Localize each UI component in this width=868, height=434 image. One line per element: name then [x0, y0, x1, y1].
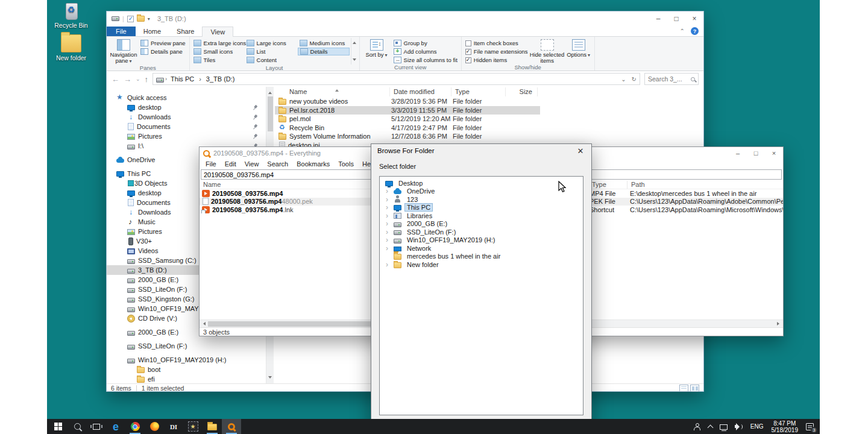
nav-item[interactable]: Quick access	[107, 93, 266, 102]
expander-icon[interactable]	[386, 221, 394, 227]
volume-button[interactable]	[731, 419, 747, 434]
scrollbar-thumb[interactable]	[268, 96, 273, 131]
tree-item[interactable]: mercedes bus 1 wheel in the air	[380, 253, 583, 261]
refresh-icon[interactable]: ↻	[632, 76, 637, 83]
qat-new-folder-icon[interactable]	[137, 16, 145, 22]
nav-item[interactable]: boot	[107, 365, 266, 374]
menu-item[interactable]: File	[201, 160, 221, 168]
tree-item[interactable]: SSD_LiteOn (F:)	[380, 228, 583, 236]
details-view-button[interactable]	[679, 385, 688, 392]
file-explorer-button[interactable]	[203, 419, 222, 434]
media-player-button[interactable]	[183, 419, 203, 434]
checkbox-icon[interactable]	[465, 40, 471, 46]
minimize-button[interactable]: –	[649, 11, 667, 26]
layout-option[interactable]: Tiles	[192, 56, 244, 64]
nav-item[interactable]: efi	[107, 374, 266, 383]
column-header-type[interactable]: Type	[451, 87, 506, 96]
layout-option[interactable]: List	[245, 48, 297, 55]
language-indicator[interactable]: ENG	[747, 419, 767, 434]
file-row[interactable]: pel.mol 5/12/2019 12:20 AM File folder	[275, 115, 540, 124]
tree-item[interactable]: 2000_GB (E:)	[380, 220, 583, 228]
column-header-size[interactable]: Size	[506, 87, 538, 96]
menu-item[interactable]: Tools	[334, 160, 358, 168]
file-row[interactable]: Recycle Bin 4/17/2019 2:47 PM File folde…	[275, 124, 540, 133]
ribbon-tab[interactable]: View	[202, 27, 233, 37]
layout-option[interactable]: Details	[298, 48, 350, 55]
column-header-path[interactable]: Path	[627, 181, 783, 188]
layout-option[interactable]: Large icons	[245, 39, 297, 47]
expander-icon[interactable]	[386, 229, 394, 235]
column-header-type[interactable]: Type	[590, 181, 627, 189]
expander-icon[interactable]	[386, 204, 394, 210]
expander-icon[interactable]	[386, 197, 394, 203]
tree-item[interactable]: OneDrive	[380, 187, 583, 196]
tree-item[interactable]: New folder	[380, 260, 583, 269]
clock[interactable]: 8:47 PM 5/18/2019	[767, 420, 803, 433]
action-center-button[interactable]: 3	[802, 419, 817, 434]
scroll-down-icon[interactable]	[353, 58, 356, 63]
scroll-up-icon[interactable]	[268, 90, 272, 94]
qat-customize-chevron-icon[interactable]: ▾	[148, 16, 150, 22]
task-view-button[interactable]	[87, 419, 106, 434]
help-icon[interactable]: ?	[691, 27, 699, 35]
address-dropdown-icon[interactable]: ⌄	[621, 76, 626, 83]
expander-icon[interactable]	[386, 262, 394, 268]
desktop-icon-recycle-bin[interactable]: Recycle Bin	[52, 2, 90, 29]
hide-selected-items-button[interactable]: Hide selected items	[530, 38, 565, 64]
layout-option[interactable]: Small icons	[192, 48, 244, 55]
up-icon[interactable]: ↑	[145, 75, 149, 84]
ribbon-tab[interactable]: Share	[169, 27, 202, 36]
edge-button[interactable]	[106, 419, 125, 434]
minimize-button[interactable]: –	[729, 147, 747, 159]
menu-item[interactable]: Bookmarks	[292, 160, 334, 168]
checkbox-option[interactable]: Item check boxes	[464, 39, 530, 47]
qat-properties-icon[interactable]	[127, 16, 134, 22]
options-button[interactable]: Options	[565, 38, 593, 64]
checkbox-option[interactable]: Hidden items	[464, 56, 530, 64]
expander-icon[interactable]	[386, 237, 394, 243]
checkbox-icon[interactable]	[465, 49, 471, 55]
maximize-button[interactable]: □	[667, 11, 685, 26]
tree-item[interactable]: 123	[380, 195, 583, 204]
di-app-button[interactable]	[164, 419, 183, 434]
file-row[interactable]: Pel.lsr.oct.2018 3/3/2019 11:55 PM File …	[275, 106, 540, 115]
close-button[interactable]: ×	[765, 147, 783, 159]
column-header-name[interactable]: Name	[275, 87, 390, 96]
nav-item[interactable]: SSD_LiteOn (F:)	[107, 341, 266, 351]
preview-pane-button[interactable]: Preview pane	[139, 39, 187, 47]
navigation-pane-button[interactable]: Navigation pane	[108, 38, 139, 64]
close-button[interactable]: ×	[685, 11, 703, 26]
start-button[interactable]	[48, 419, 68, 434]
hidden-icons-button[interactable]	[705, 419, 716, 434]
nav-item[interactable]: Downloads	[107, 112, 266, 122]
scroll-left-icon[interactable]	[201, 322, 206, 326]
scroll-up-icon[interactable]	[353, 40, 356, 44]
column-header-date[interactable]: Date modified	[390, 87, 451, 96]
search-box[interactable]	[644, 73, 699, 85]
sort-by-button[interactable]: Sort by	[362, 38, 392, 64]
search-input[interactable]	[648, 75, 689, 83]
checkbox-option[interactable]: File name extensions	[464, 48, 530, 55]
thumbnail-view-button[interactable]	[690, 385, 699, 392]
everything-taskbar-button[interactable]	[222, 419, 241, 434]
maximize-button[interactable]: □	[747, 147, 765, 159]
ribbon-tab[interactable]: Home	[136, 27, 169, 36]
breadcrumb[interactable]: › This PC3_TB (D:) ⌄ ↻	[153, 73, 640, 85]
tree-item[interactable]: Desktop	[380, 179, 583, 187]
scroll-down-icon[interactable]	[268, 376, 272, 380]
tree-item[interactable]: Win10_OFF19_MAY2019 (H:)	[380, 236, 583, 245]
recent-locations-chevron-icon[interactable]: ⌄	[136, 76, 140, 82]
file-row[interactable]: new youtube videos 3/28/2019 5:36 PM Fil…	[275, 97, 540, 106]
close-icon[interactable]: ✕	[570, 144, 591, 157]
chrome-button[interactable]	[125, 419, 145, 434]
layout-option[interactable]: Extra large icons	[192, 39, 244, 47]
layout-option[interactable]: Content	[245, 56, 297, 64]
back-icon[interactable]: ←	[112, 75, 119, 84]
collapse-ribbon-icon[interactable]: ⌃	[680, 28, 685, 34]
tree-item[interactable]: Network	[380, 244, 583, 253]
firefox-button[interactable]	[145, 419, 164, 434]
layout-option[interactable]: Medium icons	[298, 39, 350, 47]
size-columns-button[interactable]: Size all columns to fit	[392, 56, 459, 64]
forward-icon[interactable]: →	[124, 75, 131, 84]
checkbox-icon[interactable]	[465, 57, 471, 63]
